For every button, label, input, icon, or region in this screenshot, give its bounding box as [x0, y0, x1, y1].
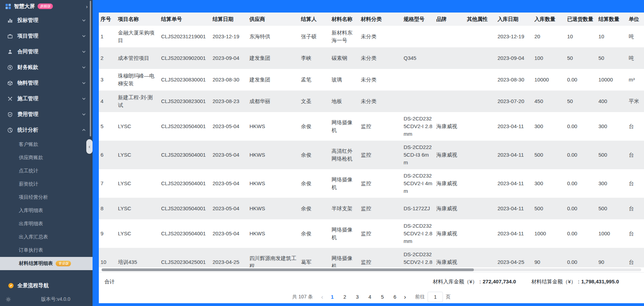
sidebar-subitem-3[interactable]: 点工统计 [0, 164, 93, 178]
prev-page-button[interactable]: ‹ [318, 293, 326, 301]
scrollbar-track[interactable] [102, 268, 641, 271]
table-cell: 2023-04-11 [496, 112, 533, 141]
table-cell: 2023-04-11 [496, 141, 533, 169]
table-cell: 东海特供 [248, 26, 299, 47]
table-cell: 未分类 [359, 47, 402, 69]
sidebar-scrollbar[interactable] [90, 1, 91, 136]
page-buttons: 123456 [327, 292, 400, 302]
table-cell: 10000 [597, 69, 627, 91]
table-cell: 2023-07-20 [496, 91, 533, 112]
sidebar-item-projects[interactable]: 项目管理 [0, 28, 93, 44]
gear-icon[interactable] [6, 297, 11, 302]
table-cell: 成本管控项目 [116, 47, 159, 69]
subitem-label: 订单执行表 [19, 247, 43, 253]
column-header: 结算人 [299, 13, 330, 26]
page-button-2[interactable]: 2 [340, 292, 350, 302]
subitem-label: 薪资统计 [19, 181, 38, 187]
sidebar-item-smart-screen[interactable]: 智慧大屏 旗舰版 › [0, 0, 93, 13]
table-cell: 50 [597, 47, 627, 69]
table-cell: 2023-08-23 [211, 91, 248, 112]
sidebar-item-contracts[interactable]: 合同管理 [0, 44, 93, 60]
table-cell: 台 [627, 198, 644, 219]
sidebar-collapse-button[interactable]: ‹ [86, 139, 93, 154]
column-header: 结算数量 [597, 13, 627, 26]
sidebar-item-statistics[interactable]: 统计分析 [0, 122, 93, 138]
settlement-amount-label: 材料结算金额（¥）： [531, 278, 581, 284]
sidebar-item-materials[interactable]: 物料管理 [0, 75, 93, 91]
table-cell: 4 [99, 91, 116, 112]
page-button-6[interactable]: 6 [390, 292, 400, 302]
column-header: 项目名称 [116, 13, 159, 26]
table-cell: 文圣 [299, 91, 330, 112]
chevron-down-icon [82, 35, 86, 37]
goto-page-input[interactable] [428, 292, 443, 302]
table-cell: 2023-09-04 [496, 47, 533, 69]
sidebar-subitem-2[interactable]: 供应商账款 [0, 151, 93, 164]
table-cell: 吨 [627, 26, 644, 47]
table-cell: DS-2CD2325CDV2-I 4mm [402, 169, 435, 198]
sidebar-item-construction[interactable]: 施工管理 [0, 91, 93, 107]
page-button-1[interactable]: 1 [327, 292, 337, 302]
table-cell: 监控 [359, 141, 402, 169]
sidebar-subitem-10[interactable]: 材料结算明细表专业版 [0, 257, 93, 270]
table-cell: CLJS20230425001 [159, 248, 211, 267]
table-row: 6LYSCCLJS202305040012023-05-04HKWS余俊高清红外… [99, 141, 644, 169]
settlement-amount-value: 1,798,431,995.0 [581, 278, 619, 284]
table-cell: 50 [565, 91, 597, 112]
sidebar-item-bidding[interactable]: 投标管理 [0, 13, 93, 28]
chevron-up-icon [82, 129, 86, 131]
flow-navigation-icon [8, 282, 14, 289]
table-cell: LYSC [116, 198, 159, 219]
table-cell: 90 [597, 248, 627, 267]
sidebar-subitem-4[interactable]: 薪资统计 [0, 178, 93, 191]
table-cell: 2023-09-04 [211, 47, 248, 69]
sidebar-subitem-1[interactable]: 客户账款 [0, 138, 93, 151]
table-cell: HKWS [248, 141, 299, 169]
scrollbar-thumb[interactable] [102, 268, 474, 271]
table-cell: 1 [99, 26, 116, 47]
table-cell: 海康威视 [435, 112, 465, 141]
sidebar-item-expenses[interactable]: 费用管理 [0, 107, 93, 122]
sidebar-subitem-7[interactable]: 出库明细表 [0, 217, 93, 230]
table-cell: 海康威视 [435, 141, 465, 169]
page-button-4[interactable]: 4 [365, 292, 375, 302]
chevron-down-icon [82, 50, 86, 53]
table-cell: 监控 [359, 169, 402, 198]
table-cell: LYSC [116, 219, 159, 248]
table-row: 9LYSCCLJS202305040012023-05-04HKWS余俊网络摄像… [99, 219, 644, 248]
table-cell: 5 [99, 112, 116, 141]
subitem-label: 点工统计 [19, 168, 38, 174]
table-cell: DS-2CD2325CDV2-I 2.8mm [402, 219, 435, 248]
goto-suffix: 页 [446, 294, 451, 300]
sidebar-subitem-6[interactable]: 入库明细表 [0, 204, 93, 217]
sidebar-subitem-5[interactable]: 项目经营分析 [0, 191, 93, 204]
table-cell: 2023-04-11 [496, 198, 533, 219]
table-row: 10培训435CLJS202304250012023-04-25四川辉源南发建筑… [99, 248, 644, 267]
table-cell: 半球支架 [330, 198, 359, 219]
column-header: 入库数量 [533, 13, 565, 26]
table-cell: 50 [565, 47, 597, 69]
sidebar-subitem-8[interactable]: 出入库汇总表 [0, 230, 93, 244]
table-cell: CLJS20230504001 [159, 219, 211, 248]
table-cell: 90 [533, 248, 565, 267]
table-cell: 9 [99, 219, 116, 248]
column-header: 结算单号 [159, 13, 211, 26]
sidebar-item-flow-navigation[interactable]: 全景流程导航 [0, 278, 93, 292]
page-button-3[interactable]: 3 [352, 292, 362, 302]
table-row: 4新建工程-刘-测试CLJS202308230012023-08-23成都华丽文… [99, 91, 644, 112]
next-page-button[interactable]: › [401, 293, 409, 301]
table-cell [402, 26, 435, 47]
page-button-5[interactable]: 5 [377, 292, 387, 302]
column-header: 已退货数量 [565, 13, 597, 26]
table-cell: 0.00 [565, 69, 597, 91]
table-cell: 0.00 [565, 248, 597, 267]
table-cell: 500 [597, 198, 627, 219]
sidebar-item-finance[interactable]: 财务账款 [0, 60, 93, 75]
chevron-right-icon: › [86, 3, 88, 9]
table-cell: 吨 [627, 47, 644, 69]
table-cell: HKWS [248, 169, 299, 198]
table-cell: DS-2CD2325CDV2-I 2.8mm [402, 248, 435, 267]
app-logo-icon [5, 3, 11, 9]
sidebar-subitem-9[interactable]: 订单执行表 [0, 244, 93, 257]
table-cell: 400 [597, 91, 627, 112]
